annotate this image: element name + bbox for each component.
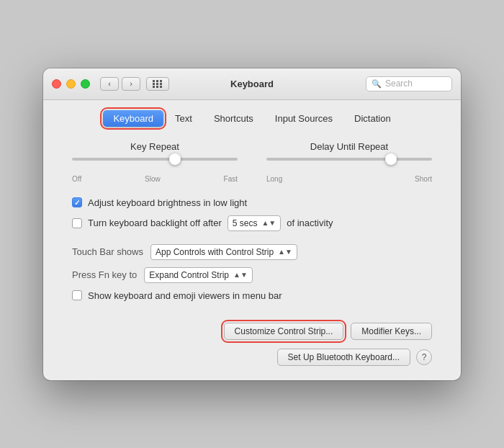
delay-long-label: Long	[266, 175, 282, 183]
tab-shortcuts[interactable]: Shortcuts	[204, 110, 264, 127]
slider-section: Key Repeat Off Slow Fast Delay Until Rep…	[72, 141, 432, 183]
backlight-row: Turn keyboard backlight off after 5 secs…	[72, 215, 432, 231]
delay-track	[266, 158, 432, 161]
touchbar-shows-row: Touch Bar shows App Controls with Contro…	[72, 244, 432, 260]
grid-icon	[153, 80, 163, 88]
window-title: Keyboard	[230, 79, 274, 89]
show-viewers-label: Show keyboard and emoji viewers in menu …	[88, 290, 282, 301]
keyboard-tab-highlight: Keyboard	[103, 110, 163, 127]
search-placeholder: Search	[385, 79, 413, 89]
key-repeat-slider-group: Key Repeat Off Slow Fast	[72, 141, 238, 183]
grid-view-button[interactable]	[146, 77, 169, 91]
final-row: Set Up Bluetooth Keyboard... ?	[72, 349, 432, 366]
touchbar-shows-value: App Controls with Control Strip	[156, 247, 274, 257]
tab-dictation[interactable]: Dictation	[344, 110, 401, 127]
key-repeat-marks: Off Slow Fast	[72, 175, 238, 183]
search-box[interactable]: 🔍 Search	[366, 76, 452, 91]
brightness-checkbox[interactable]	[72, 197, 82, 207]
tabs-container: Keyboard Text Shortcuts Input Sources Di…	[43, 100, 461, 134]
forward-button[interactable]: ›	[122, 77, 140, 91]
backlight-checkbox[interactable]	[72, 218, 82, 228]
backlight-dropdown-arrow: ▲▼	[261, 219, 276, 227]
delay-slider-group: Delay Until Repeat Long Short	[266, 141, 432, 183]
key-repeat-fast-label: Fast	[224, 175, 238, 183]
delay-marks: Long Short	[266, 175, 432, 183]
show-viewers-row: Show keyboard and emoji viewers in menu …	[72, 290, 432, 301]
key-repeat-off-label: Off	[72, 175, 81, 183]
delay-short-label: Short	[415, 175, 432, 183]
key-repeat-slow-label: Slow	[145, 175, 161, 183]
fn-key-arrow: ▲▼	[233, 271, 248, 279]
brightness-label: Adjust keyboard brightness in low light	[88, 197, 247, 208]
tab-keyboard[interactable]: Keyboard	[103, 110, 163, 127]
customize-button[interactable]: Customize Control Strip...	[224, 323, 344, 340]
options-section: Adjust keyboard brightness in low light …	[72, 197, 432, 231]
backlight-label-prefix: Turn keyboard backlight off after	[88, 218, 222, 228]
help-icon: ?	[422, 352, 427, 362]
backlight-label-suffix: of inactivity	[287, 218, 333, 228]
key-repeat-thumb[interactable]	[169, 153, 181, 165]
search-icon: 🔍	[372, 79, 382, 89]
tab-input-sources[interactable]: Input Sources	[265, 110, 343, 127]
title-bar: ‹ › Keyboard 🔍 Search	[43, 68, 461, 100]
back-button[interactable]: ‹	[100, 77, 119, 91]
touchbar-shows-arrow: ▲▼	[278, 248, 292, 256]
bluetooth-keyboard-button[interactable]: Set Up Bluetooth Keyboard...	[277, 349, 410, 366]
show-viewers-checkbox[interactable]	[72, 290, 82, 300]
delay-thumb[interactable]	[385, 153, 397, 165]
bottom-buttons-row1: Customize Control Strip... Modifier Keys…	[72, 323, 432, 340]
minimize-button[interactable]	[66, 79, 76, 89]
fn-key-label: Press Fn key to	[72, 269, 137, 280]
key-repeat-track	[72, 158, 238, 161]
fn-key-row: Press Fn key to Expand Control Strip ▲▼	[72, 267, 432, 283]
key-repeat-track-container[interactable]	[72, 158, 238, 172]
close-button[interactable]	[52, 79, 61, 89]
touchbar-shows-dropdown[interactable]: App Controls with Control Strip ▲▼	[150, 244, 297, 260]
delay-track-container[interactable]	[266, 158, 432, 172]
tab-text[interactable]: Text	[165, 110, 202, 127]
fn-key-value: Expand Control Strip	[149, 270, 229, 280]
fn-key-dropdown[interactable]: Expand Control Strip ▲▼	[144, 267, 253, 283]
touchbar-shows-label: Touch Bar shows	[72, 246, 143, 257]
brightness-row: Adjust keyboard brightness in low light	[72, 197, 432, 208]
help-button[interactable]: ?	[416, 349, 432, 365]
backlight-dropdown[interactable]: 5 secs ▲▼	[228, 215, 281, 231]
maximize-button[interactable]	[81, 79, 90, 89]
key-repeat-label: Key Repeat	[72, 141, 238, 152]
nav-buttons: ‹ ›	[100, 77, 140, 91]
delay-label: Delay Until Repeat	[266, 141, 432, 152]
traffic-lights	[52, 79, 90, 89]
backlight-dropdown-value: 5 secs	[233, 218, 258, 228]
content-area: Key Repeat Off Slow Fast Delay Until Rep…	[43, 134, 461, 380]
modifier-keys-button[interactable]: Modifier Keys...	[351, 323, 432, 340]
keyboard-preferences-window: ‹ › Keyboard 🔍 Search Keyboard Text Shor…	[43, 68, 461, 380]
